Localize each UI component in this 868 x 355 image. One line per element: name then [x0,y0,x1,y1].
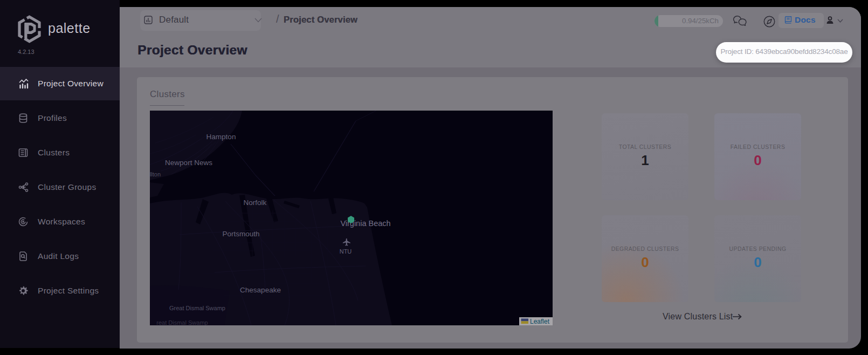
svg-text:Chesapeake: Chesapeake [240,286,281,294]
svg-text:Great Dismal Swamp: Great Dismal Swamp [169,305,225,311]
svg-text:Hampton: Hampton [206,133,236,141]
svg-text:llton: llton [150,171,161,178]
svg-text:NTU: NTU [340,248,352,255]
svg-text:Portsmouth: Portsmouth [222,230,259,238]
svg-text:reat Dismal Swamp: reat Dismal Swamp [156,319,208,325]
svg-text:Newport News: Newport News [165,159,212,167]
svg-text:Norfolk: Norfolk [244,199,267,207]
svg-text:Leaflet: Leaflet [530,318,550,325]
